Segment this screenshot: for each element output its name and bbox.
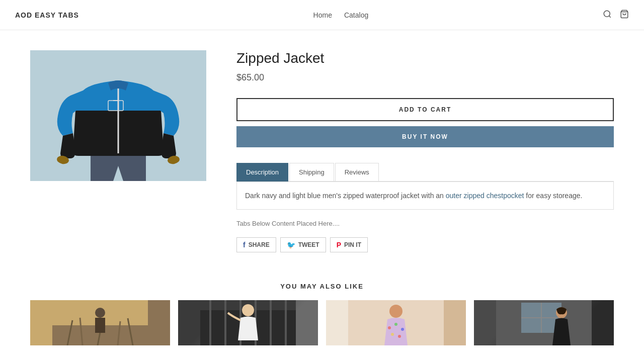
- product-section: Zipped Jacket $65.00 ADD TO CART BUY IT …: [30, 50, 614, 262]
- svg-point-31: [401, 328, 404, 331]
- twitter-share-label: TWEET: [298, 241, 319, 248]
- related-product-image-1: [30, 300, 170, 345]
- related-product-image-2: [178, 300, 318, 345]
- tab-shipping[interactable]: Shipping: [289, 163, 334, 182]
- product-info: Zipped Jacket $65.00 ADD TO CART BUY IT …: [236, 50, 614, 262]
- social-share: f SHARE 🐦 TWEET P PIN IT: [236, 237, 614, 252]
- header-icons: [603, 10, 629, 20]
- tab-description[interactable]: Description: [236, 163, 288, 182]
- related-product-image-4: [474, 300, 614, 345]
- facebook-icon: f: [243, 241, 246, 249]
- product-tabs: Description Shipping Reviews Dark navy a…: [236, 162, 614, 210]
- tab-content-description: Dark navy and light blue men's zipped wa…: [236, 182, 614, 210]
- tabs-below-content: Tabs Below Content Placed Here....: [236, 220, 614, 227]
- site-header: AOD EASY TABS Home Catalog: [0, 0, 644, 30]
- tabs-nav: Description Shipping Reviews: [236, 162, 614, 182]
- related-product-2[interactable]: [178, 300, 318, 345]
- tab-reviews[interactable]: Reviews: [335, 163, 379, 182]
- twitter-share-button[interactable]: 🐦 TWEET: [280, 237, 326, 252]
- twitter-icon: 🐦: [287, 241, 295, 249]
- buy-it-now-button[interactable]: BUY IT NOW: [236, 126, 614, 147]
- product-price: $65.00: [236, 72, 614, 83]
- pinterest-share-label: PIN IT: [344, 241, 361, 248]
- main-nav: Home Catalog: [313, 11, 369, 19]
- svg-point-32: [391, 333, 394, 336]
- nav-catalog[interactable]: Catalog: [344, 11, 368, 19]
- product-grid: [30, 300, 614, 345]
- description-text: Dark navy and light blue men's zipped wa…: [245, 190, 605, 201]
- related-product-image-3: [326, 300, 466, 345]
- svg-point-28: [389, 305, 403, 318]
- product-image: [30, 50, 206, 181]
- main-content: Zipped Jacket $65.00 ADD TO CART BUY IT …: [20, 30, 624, 362]
- you-may-also-like-section: YOU MAY ALSO LIKE: [30, 283, 614, 345]
- related-product-4[interactable]: [474, 300, 614, 345]
- product-title: Zipped Jacket: [236, 50, 614, 66]
- svg-point-33: [398, 335, 401, 338]
- facebook-share-button[interactable]: f SHARE: [236, 237, 276, 252]
- facebook-share-label: SHARE: [249, 241, 270, 248]
- nav-home[interactable]: Home: [313, 11, 332, 19]
- svg-point-29: [388, 326, 391, 329]
- you-may-also-like-title: YOU MAY ALSO LIKE: [30, 283, 614, 290]
- pinterest-icon: P: [337, 241, 341, 249]
- svg-line-1: [609, 16, 610, 17]
- product-image-container: [30, 50, 206, 181]
- svg-point-30: [394, 323, 397, 326]
- pinterest-share-button[interactable]: P PIN IT: [330, 237, 368, 252]
- site-logo[interactable]: AOD EASY TABS: [15, 11, 79, 19]
- svg-point-0: [604, 11, 610, 17]
- svg-point-16: [95, 308, 105, 318]
- cart-icon[interactable]: [620, 10, 629, 20]
- search-icon[interactable]: [603, 10, 612, 20]
- description-link[interactable]: outer zipped chestpocket: [446, 192, 524, 200]
- related-product-3[interactable]: [326, 300, 466, 345]
- svg-rect-17: [95, 318, 105, 333]
- svg-point-26: [242, 304, 254, 316]
- add-to-cart-button[interactable]: ADD TO CART: [236, 98, 614, 121]
- related-product-1[interactable]: [30, 300, 170, 345]
